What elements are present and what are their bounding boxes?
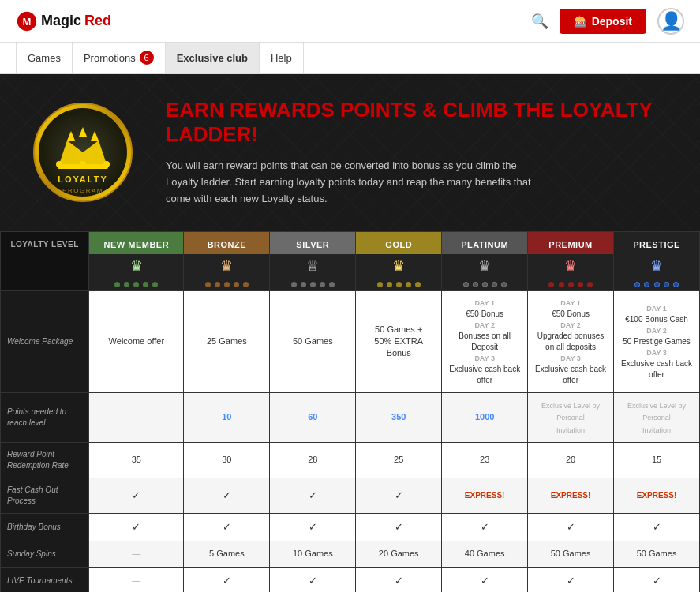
- rr-silver: 28: [270, 442, 356, 478]
- wp-bronze: 25 Games: [184, 290, 270, 392]
- hero-description: You will earn reward points that can be …: [166, 158, 545, 207]
- fc-gold: ✓: [356, 478, 442, 513]
- wp-gold: 50 Games +50% EXTRABonus: [356, 290, 442, 392]
- logo-magic-text: Magic: [41, 13, 81, 29]
- silver-icon-cell: ♕: [270, 254, 356, 278]
- bb-gold: ✓: [356, 513, 442, 541]
- svg-text:LOYALTY: LOYALTY: [58, 174, 108, 184]
- live-tournaments-label: LIVE Tournaments: [1, 567, 89, 592]
- reward-rate-row: Reward Point Redemption Rate 35 30 28 25…: [1, 442, 700, 478]
- prem-icon-cell: ♛: [528, 254, 614, 278]
- hero-title: EARN REWARDS POINTS & CLIMB THE LOYALTY …: [166, 98, 668, 147]
- dot-nm-1: [114, 282, 120, 287]
- main-nav: Games Promotions 6 Exclusive club Help: [0, 43, 700, 74]
- tier-header-prem: PREMIUM: [528, 231, 614, 254]
- sunday-spins-row: Sunday Spins — 5 Games 10 Games 20 Games…: [1, 541, 700, 567]
- svg-rect-8: [58, 164, 108, 169]
- pres-icon-cell: ♛: [614, 254, 700, 278]
- birthday-bonus-row: Birthday Bonus ✓ ✓ ✓ ✓ ✓ ✓ ✓: [1, 513, 700, 541]
- bb-prem: ✓: [528, 513, 614, 541]
- fc-silver: ✓: [270, 478, 356, 513]
- live-tournaments-row: LIVE Tournaments — ✓ ✓ ✓ ✓ ✓ ✓: [1, 567, 700, 592]
- dot-nm-3: [133, 282, 139, 287]
- user-account-button[interactable]: 👤: [657, 8, 684, 35]
- rr-nm: 35: [89, 442, 184, 478]
- plat-icon-cell: ♛: [442, 254, 528, 278]
- lt-bronze: ✓: [184, 567, 270, 592]
- tier-dots-row: [1, 278, 700, 291]
- bb-silver: ✓: [270, 513, 356, 541]
- bb-nm: ✓: [89, 513, 184, 541]
- dot-nm-2: [124, 282, 129, 287]
- rr-bronze: 30: [184, 442, 270, 478]
- ss-gold: 20 Games: [356, 541, 442, 567]
- nm-icon-cell: ♛: [89, 254, 184, 278]
- wp-pres: DAY 1 €100 Bonus Cash DAY 2 50 Prestige …: [614, 290, 700, 392]
- points-needed-label: Points needed to reach level: [1, 392, 89, 442]
- logo-icon: M: [16, 10, 38, 32]
- fast-cashout-row: Fast Cash Out Process ✓ ✓ ✓ ✓ EXPRESS! E…: [1, 478, 700, 513]
- loyalty-table: LOYALTY LEVEL NEW MEMBER BRONZE SILVER G…: [0, 231, 700, 592]
- pn-nm: —: [89, 392, 184, 442]
- svg-text:PROGRAM: PROGRAM: [62, 187, 103, 194]
- dot-nm-4: [143, 282, 148, 287]
- svg-text:M: M: [23, 15, 32, 27]
- logo: M MagicRed: [16, 10, 111, 32]
- lt-prem: ✓: [528, 567, 614, 592]
- nav-promotions[interactable]: Promotions 6: [73, 43, 166, 73]
- fc-bronze: ✓: [184, 478, 270, 513]
- bb-plat: ✓: [442, 513, 528, 541]
- lt-pres: ✓: [614, 567, 700, 592]
- tier-header-bronze: BRONZE: [184, 231, 270, 254]
- ss-pres: 50 Games: [614, 541, 700, 567]
- bb-bronze: ✓: [184, 513, 270, 541]
- deposit-button[interactable]: 🎰 Deposit: [560, 9, 646, 34]
- pn-gold: 350: [356, 392, 442, 442]
- ss-plat: 40 Games: [442, 541, 528, 567]
- welcome-package-row: Welcome Package Welcome offer 25 Games 5…: [1, 290, 700, 392]
- loyalty-badge: LOYALTY PROGRAM: [32, 101, 134, 204]
- nav-exclusive-club[interactable]: Exclusive club: [166, 43, 260, 73]
- tier-header-row: LOYALTY LEVEL NEW MEMBER BRONZE SILVER G…: [1, 231, 700, 254]
- pn-silver: 60: [270, 392, 356, 442]
- rr-plat: 23: [442, 442, 528, 478]
- lt-nm: —: [89, 567, 184, 592]
- hero-text: EARN REWARDS POINTS & CLIMB THE LOYALTY …: [166, 98, 668, 208]
- tier-header-nm: NEW MEMBER: [89, 231, 184, 254]
- promotions-badge: 6: [140, 51, 154, 65]
- ss-nm: —: [89, 541, 184, 567]
- deposit-icon: 🎰: [574, 15, 587, 28]
- search-button[interactable]: 🔍: [531, 13, 548, 30]
- logo-red-text: Red: [84, 13, 111, 29]
- pn-prem: Exclusive Level byPersonalInvitation: [528, 392, 614, 442]
- fast-cashout-label: Fast Cash Out Process: [1, 478, 89, 513]
- tier-header-gold: GOLD: [356, 231, 442, 254]
- fc-plat: EXPRESS!: [442, 478, 528, 513]
- nav-games[interactable]: Games: [16, 43, 73, 73]
- fc-nm: ✓: [89, 478, 184, 513]
- sunday-spins-label: Sunday Spins: [1, 541, 89, 567]
- fc-prem: EXPRESS!: [528, 478, 614, 513]
- ss-prem: 50 Games: [528, 541, 614, 567]
- wp-nm: Welcome offer: [89, 290, 184, 392]
- tier-header-pres: PRESTIGE: [614, 231, 700, 254]
- tier-icon-row: ♛ ♛ ♕ ♛ ♛ ♛ ♛: [1, 254, 700, 278]
- ss-silver: 10 Games: [270, 541, 356, 567]
- tier-header-silver: SILVER: [270, 231, 356, 254]
- lt-silver: ✓: [270, 567, 356, 592]
- rr-prem: 20: [528, 442, 614, 478]
- welcome-package-label: Welcome Package: [1, 290, 89, 392]
- header-actions: 🔍 🎰 Deposit 👤: [531, 8, 684, 35]
- reward-rate-label: Reward Point Redemption Rate: [1, 442, 89, 478]
- bronze-icon-cell: ♛: [184, 254, 270, 278]
- pn-bronze: 10: [184, 392, 270, 442]
- points-needed-row: Points needed to reach level — 10 60 350…: [1, 392, 700, 442]
- header: M MagicRed 🔍 🎰 Deposit 👤: [0, 0, 700, 43]
- wp-plat: DAY 1 €50 Bonus DAY 2 Bonuses on all Dep…: [442, 290, 528, 392]
- dot-nm-5: [152, 282, 158, 287]
- fc-pres: EXPRESS!: [614, 478, 700, 513]
- loyalty-table-section: LOYALTY LEVEL NEW MEMBER BRONZE SILVER G…: [0, 231, 700, 592]
- lt-plat: ✓: [442, 567, 528, 592]
- pn-plat: 1000: [442, 392, 528, 442]
- nav-help[interactable]: Help: [260, 43, 304, 73]
